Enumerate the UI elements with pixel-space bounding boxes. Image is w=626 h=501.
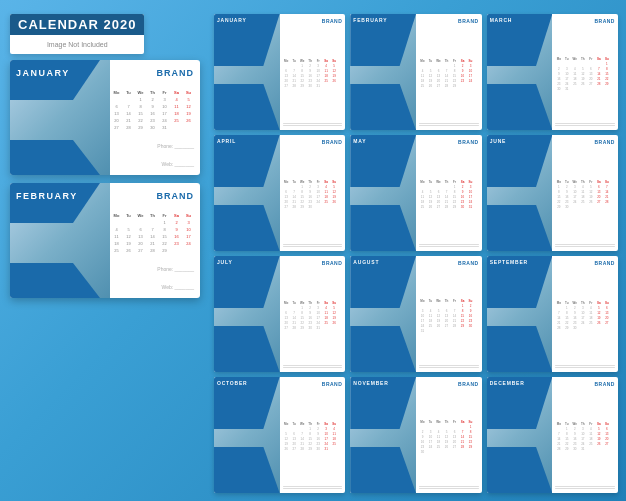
small-card-october: OCTOBERBRANDMoTuWeThFrSaSu12345678910111… [214, 377, 345, 493]
sc-brand: BRAND [419, 260, 479, 266]
sc-content-august: BRANDMoTuWeThFrSaSu123456789101112131415… [416, 256, 482, 372]
day-we: We [135, 90, 146, 95]
sc-content-march: BRANDMoTuWeThFrSaSu123456789101112131415… [552, 14, 618, 130]
sc-month-november: NOVEMBER [353, 380, 388, 386]
sc-month-august: AUGUST [353, 259, 379, 265]
sc-brand: BRAND [283, 139, 343, 145]
brand-label-feb: BRAND [111, 191, 194, 201]
day-tu: Tu [123, 90, 134, 95]
small-month-grid: JANUARYBRANDMoTuWeThFrSaSu12345678910111… [214, 14, 618, 493]
sc-month-february: FEBRUARY [353, 17, 387, 23]
card-content-february: BRAND Mo Tu We Th Fr Sa Su 1 2 [105, 183, 200, 298]
large-card-february: FEBRUARY BRAND Mo Tu We Th Fr Sa Su [10, 183, 200, 298]
sc-info-lines [283, 486, 343, 489]
mini-calendar: MoTuWeThFrSaSu12345678910111213141516171… [283, 59, 343, 88]
sc-img-january: JANUARY [214, 14, 280, 130]
sc-blue-bottom [214, 84, 280, 130]
mini-calendar: MoTuWeThFrSaSu12345678910111213141516171… [419, 59, 479, 88]
brand-label: BRAND [111, 68, 194, 78]
small-card-july: JULYBRANDMoTuWeThFrSaSu12345678910111213… [214, 256, 345, 372]
sc-brand: BRAND [555, 18, 615, 24]
small-card-december: DECEMBERBRANDMoTuWeThFrSaSu1234567891011… [487, 377, 618, 493]
sc-info-lines [283, 365, 343, 368]
sc-info-lines [283, 244, 343, 247]
mini-calendar: MoTuWeThFrSaSu12345678910111213141516171… [419, 180, 479, 209]
mini-calendar: MoTuWeThFrSaSu12345678910111213141516171… [283, 301, 343, 330]
small-card-march: MARCHBRANDMoTuWeThFrSaSu1234567891011121… [487, 14, 618, 130]
calendar-grid-feb: Mo Tu We Th Fr Sa Su 1 2 3 [111, 213, 194, 253]
day-sa: Sa [171, 90, 182, 95]
small-card-september: SEPTEMBERBRANDMoTuWeThFrSaSu123456789101… [487, 256, 618, 372]
sc-blue-bottom [214, 205, 280, 251]
card-image-february: FEBRUARY [10, 183, 110, 298]
day-th: Th [147, 90, 158, 95]
small-card-april: APRILBRANDMoTuWeThFrSaSu1234567891011121… [214, 135, 345, 251]
sc-blue-bottom [487, 447, 553, 493]
sc-month-january: JANUARY [217, 17, 247, 23]
month-label-january: JANUARY [16, 68, 70, 78]
sc-img-september: SEPTEMBER [487, 256, 553, 372]
sc-info-lines [555, 123, 615, 126]
sc-content-december: BRANDMoTuWeThFrSaSu123456789101112131415… [552, 377, 618, 493]
sc-brand: BRAND [555, 381, 615, 387]
sc-month-december: DECEMBER [490, 380, 525, 386]
phone-text: Phone: _______ [111, 143, 194, 149]
sc-content-october: BRANDMoTuWeThFrSaSu123456789101112131415… [280, 377, 346, 493]
sc-img-june: JUNE [487, 135, 553, 251]
mini-calendar: MoTuWeThFrSaSu12345678910111213141516171… [555, 422, 615, 451]
sc-info-lines [283, 123, 343, 126]
web-text: Web: _______ [111, 161, 194, 167]
mini-calendar: MoTuWeThFrSaSu12345678910111213141516171… [555, 57, 615, 91]
small-card-january: JANUARYBRANDMoTuWeThFrSaSu12345678910111… [214, 14, 345, 130]
sc-blue-bottom [487, 326, 553, 372]
sc-brand: BRAND [283, 18, 343, 24]
sc-img-february: FEBRUARY [350, 14, 416, 130]
sc-brand: BRAND [555, 260, 615, 266]
mini-calendar: MoTuWeThFrSaSu12345678910111213141516171… [283, 180, 343, 209]
sc-info-lines [555, 486, 615, 489]
sc-content-june: BRANDMoTuWeThFrSaSu123456789101112131415… [552, 135, 618, 251]
sc-info-lines [555, 365, 615, 368]
week-2: 6 7 8 9 10 11 12 [111, 104, 194, 109]
sc-info-lines [419, 244, 479, 247]
sc-blue-bottom [350, 205, 416, 251]
sc-brand: BRAND [419, 139, 479, 145]
sc-content-july: BRANDMoTuWeThFrSaSu123456789101112131415… [280, 256, 346, 372]
sc-brand: BRAND [283, 381, 343, 387]
mini-calendar: MoTuWeThFrSaSu12345678910111213141516171… [419, 420, 479, 454]
week-4: 20 21 22 23 24 25 26 [111, 118, 194, 123]
sc-img-may: MAY [350, 135, 416, 251]
sc-blue-bottom [214, 447, 280, 493]
small-card-february: FEBRUARYBRANDMoTuWeThFrSaSu1234567891011… [350, 14, 481, 130]
sc-month-october: OCTOBER [217, 380, 248, 386]
mini-calendar: MoTuWeThFrSaSu12345678910111213141516171… [555, 180, 615, 209]
small-card-may: MAYBRANDMoTuWeThFrSaSu123456789101112131… [350, 135, 481, 251]
sc-month-june: JUNE [490, 138, 507, 144]
day-headers: Mo Tu We Th Fr Sa Su [111, 90, 194, 95]
large-card-january: JANUARY BRAND Mo Tu We Th Fr Sa Su 1 2 [10, 60, 200, 175]
week-3: 13 14 15 16 17 18 19 [111, 111, 194, 116]
week-5: 27 28 29 30 31 [111, 125, 194, 130]
sc-content-november: BRANDMoTuWeThFrSaSu123456789101112131415… [416, 377, 482, 493]
sc-blue-bottom [350, 326, 416, 372]
small-card-june: JUNEBRANDMoTuWeThFrSaSu12345678910111213… [487, 135, 618, 251]
sc-blue-bottom [350, 84, 416, 130]
sc-blue-bottom [214, 326, 280, 372]
day-mo: Mo [111, 90, 122, 95]
sc-content-january: BRANDMoTuWeThFrSaSu123456789101112131415… [280, 14, 346, 130]
week-1: 1 2 3 4 5 [111, 97, 194, 102]
sc-month-may: MAY [353, 138, 366, 144]
small-card-august: AUGUSTBRANDMoTuWeThFrSaSu123456789101112… [350, 256, 481, 372]
mini-calendar: MoTuWeThFrSaSu12345678910111213141516171… [555, 301, 615, 330]
sc-info-lines [419, 486, 479, 489]
day-fr: Fr [159, 90, 170, 95]
sc-img-december: DECEMBER [487, 377, 553, 493]
sc-month-march: MARCH [490, 17, 513, 23]
sc-blue-bottom [350, 447, 416, 493]
sc-month-july: JULY [217, 259, 233, 265]
sc-blue-bottom [487, 84, 553, 130]
sc-content-may: BRANDMoTuWeThFrSaSu123456789101112131415… [416, 135, 482, 251]
sc-img-july: JULY [214, 256, 280, 372]
sc-img-april: APRIL [214, 135, 280, 251]
calendar-title: CALENDAR 2020 [10, 14, 144, 35]
